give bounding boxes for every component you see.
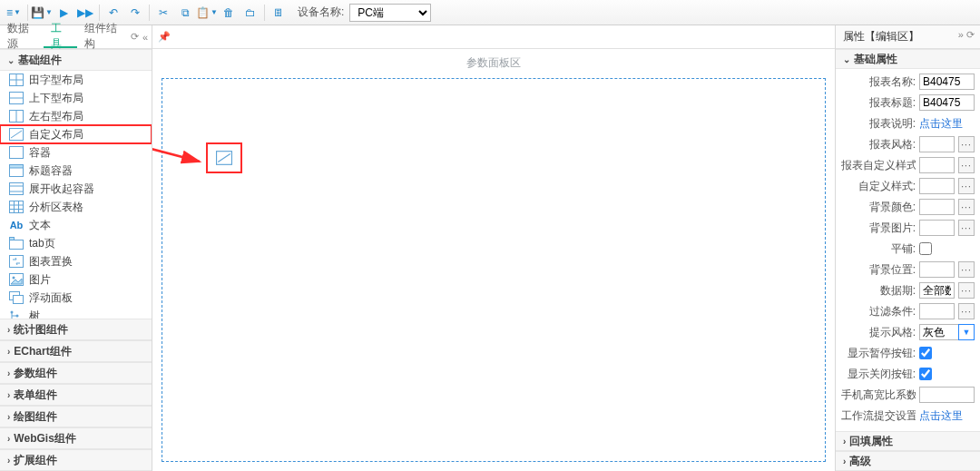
prop-period-input[interactable] bbox=[919, 282, 955, 299]
prop-tipstyle-drop[interactable]: ▼ bbox=[958, 324, 975, 340]
canvas-area: 📌 参数面板区 bbox=[152, 25, 835, 471]
menu-icon[interactable]: ≡▼ bbox=[4, 3, 24, 23]
dropped-custom-layout[interactable] bbox=[206, 142, 242, 173]
delete-icon[interactable]: 🗑 bbox=[219, 3, 239, 23]
prop-title-input[interactable] bbox=[919, 94, 975, 111]
device-select[interactable]: PC端 bbox=[349, 4, 431, 22]
folder-icon[interactable]: 🗀 bbox=[240, 3, 260, 23]
item-custom-layout[interactable]: 自定义布局 bbox=[0, 125, 152, 143]
prop-cstylehdr-input[interactable] bbox=[919, 157, 955, 173]
props-section-basic[interactable]: ⌄基础属性 bbox=[836, 49, 980, 69]
properties-panel: 属性【编辑区】 » ⟳ ⌄基础属性 报表名称: 报表标题: 报表说明:点击这里 … bbox=[835, 25, 980, 471]
svg-rect-12 bbox=[10, 183, 24, 195]
prop-desc-link[interactable]: 点击这里 bbox=[919, 116, 963, 132]
svg-rect-15 bbox=[10, 201, 24, 213]
undo-icon[interactable]: ↶ bbox=[103, 3, 123, 23]
item-tree[interactable]: 树 bbox=[0, 307, 152, 319]
left-tabs: 数据源 工具 组件结构 ⟳ « bbox=[0, 25, 152, 49]
prop-cstyle-btn[interactable]: ··· bbox=[958, 178, 975, 194]
prop-bgpos-input[interactable] bbox=[919, 261, 955, 278]
section-table[interactable]: ›表单组件 bbox=[0, 384, 152, 406]
svg-point-24 bbox=[13, 277, 15, 280]
prop-period-btn[interactable]: ··· bbox=[958, 282, 975, 299]
svg-line-8 bbox=[11, 131, 22, 138]
page-icon[interactable]: 🗏 bbox=[269, 3, 289, 23]
collapse-right-icon[interactable]: » ⟳ bbox=[958, 29, 975, 41]
properties-title: 属性【编辑区】 » ⟳ bbox=[836, 25, 980, 49]
tab-data[interactable]: 数据源 bbox=[0, 25, 44, 48]
item-title-container[interactable]: 标题容器 bbox=[0, 162, 152, 180]
svg-rect-9 bbox=[10, 147, 24, 159]
svg-rect-22 bbox=[10, 256, 24, 268]
section-ext[interactable]: ›扩展组件 bbox=[0, 449, 152, 471]
left-panel: 数据源 工具 组件结构 ⟳ « ⌄基础组件 田字型布局 上下型布局 左右型布局 … bbox=[0, 25, 152, 471]
item-swap[interactable]: 图表置换 bbox=[0, 252, 152, 270]
copy-icon[interactable]: ⧉ bbox=[175, 3, 195, 23]
section-basic[interactable]: ⌄基础组件 bbox=[0, 49, 152, 71]
play-icon[interactable]: ▶ bbox=[54, 3, 74, 23]
design-canvas[interactable] bbox=[162, 78, 826, 462]
section-param[interactable]: ›参数组件 bbox=[0, 362, 152, 384]
prop-name-input[interactable] bbox=[919, 74, 975, 90]
tab-struct[interactable]: 组件结构 bbox=[77, 25, 131, 48]
item-image[interactable]: 图片 bbox=[0, 270, 152, 289]
prop-cstyle-input[interactable] bbox=[919, 178, 955, 194]
cut-icon[interactable]: ✂ bbox=[153, 3, 173, 23]
prop-filter-input[interactable] bbox=[919, 303, 955, 319]
basic-items: 田字型布局 上下型布局 左右型布局 自定义布局 容器 标题容器 展开收起容器 分… bbox=[0, 71, 152, 319]
prop-tipstyle-input[interactable] bbox=[919, 324, 958, 340]
props-section-adv[interactable]: ›高级 bbox=[836, 451, 980, 471]
section-stat[interactable]: ›统计图组件 bbox=[0, 319, 152, 340]
section-echart[interactable]: ›EChart组件 bbox=[0, 340, 152, 362]
item-container[interactable]: 容器 bbox=[0, 143, 152, 162]
prop-bgimg-input[interactable] bbox=[919, 220, 955, 236]
item-expand-container[interactable]: 展开收起容器 bbox=[0, 180, 152, 198]
prop-filter-btn[interactable]: ··· bbox=[958, 303, 975, 319]
prop-showpause-check[interactable] bbox=[919, 347, 932, 359]
save-icon[interactable]: 💾▼ bbox=[32, 3, 52, 23]
svg-rect-20 bbox=[10, 240, 24, 250]
prop-bgpos-btn[interactable]: ··· bbox=[958, 261, 975, 278]
main-toolbar: ≡▼ 💾▼ ▶ ▶▶ ↶ ↷ ✂ ⧉ 📋▼ 🗑 🗀 🗏 设备名称: PC端 bbox=[0, 0, 980, 25]
props-section-fill[interactable]: ›回填属性 bbox=[836, 431, 980, 451]
item-grid[interactable]: 分析区表格 bbox=[0, 198, 152, 216]
refresh-icon[interactable]: ⟳ bbox=[131, 31, 139, 43]
param-area-label: 参数面板区 bbox=[160, 54, 828, 71]
prop-tile-check[interactable] bbox=[919, 242, 932, 255]
prop-style-input[interactable] bbox=[919, 136, 955, 152]
prop-showclose-check[interactable] bbox=[919, 368, 932, 380]
prop-bgcolor-input[interactable] bbox=[919, 199, 955, 215]
collapse-left-icon[interactable]: « bbox=[142, 32, 148, 43]
redo-icon[interactable]: ↷ bbox=[125, 3, 145, 23]
item-lr-layout[interactable]: 左右型布局 bbox=[0, 107, 152, 125]
svg-rect-21 bbox=[10, 238, 15, 240]
pin-icon[interactable]: 📌 bbox=[158, 31, 171, 43]
item-text[interactable]: Ab文本 bbox=[0, 216, 152, 234]
svg-line-31 bbox=[218, 154, 230, 162]
prop-cstylehdr-btn[interactable]: ··· bbox=[958, 157, 975, 173]
section-webgis[interactable]: ›WebGis组件 bbox=[0, 427, 152, 449]
prop-bgcolor-btn[interactable]: ··· bbox=[958, 199, 975, 215]
prop-ratio-input[interactable] bbox=[919, 387, 975, 403]
item-tian-layout[interactable]: 田字型布局 bbox=[0, 71, 152, 89]
section-paint[interactable]: ›绘图组件 bbox=[0, 406, 152, 427]
fast-play-icon[interactable]: ▶▶ bbox=[75, 3, 95, 23]
paste-icon[interactable]: 📋▼ bbox=[197, 3, 217, 23]
item-tab[interactable]: tab页 bbox=[0, 234, 152, 252]
basic-props: 报表名称: 报表标题: 报表说明:点击这里 报表风格:··· 报表自定义样式:·… bbox=[836, 69, 980, 428]
device-label: 设备名称: bbox=[298, 5, 344, 20]
item-updown-layout[interactable]: 上下型布局 bbox=[0, 89, 152, 107]
item-float-panel[interactable]: 浮动面板 bbox=[0, 289, 152, 307]
prop-bgimg-btn[interactable]: ··· bbox=[958, 220, 975, 236]
svg-rect-11 bbox=[10, 165, 24, 169]
svg-rect-26 bbox=[14, 296, 24, 304]
tab-tools[interactable]: 工具 bbox=[44, 25, 77, 48]
prop-style-btn[interactable]: ··· bbox=[958, 136, 975, 152]
prop-wf-link[interactable]: 点击这里 bbox=[919, 408, 963, 424]
